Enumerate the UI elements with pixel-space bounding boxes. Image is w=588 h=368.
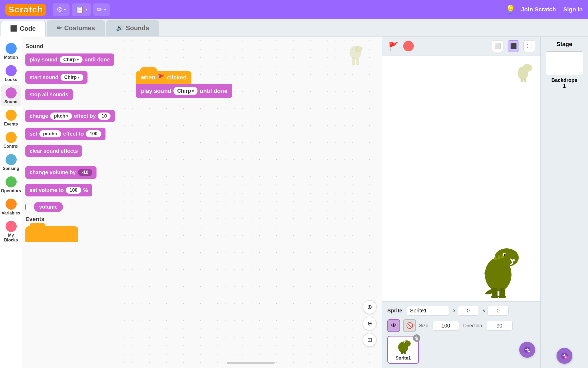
svg-point-15 (498, 295, 506, 298)
stage-small-view-button[interactable]: ⬜ (492, 40, 503, 52)
tab-sounds[interactable]: 🔊 Sounds (106, 20, 159, 36)
sidebar-item-sensing[interactable]: Sensing (1, 152, 21, 173)
pitch-val-2[interactable]: 100 (86, 130, 101, 137)
sidebar-item-motion[interactable]: Motion (1, 41, 21, 62)
volume-reporter[interactable]: volume (34, 202, 63, 212)
tab-costumes-label: Costumes (64, 24, 95, 32)
add-sprite-button[interactable] (519, 342, 535, 358)
myblocks-label: My Blocks (2, 233, 20, 243)
green-flag-button[interactable]: 🚩 (387, 40, 399, 52)
chirp-pill-script[interactable]: Chirp ▾ (173, 87, 197, 95)
pitch-val-1[interactable]: 10 (98, 113, 111, 120)
events-hat-block[interactable] (25, 226, 78, 242)
tab-costumes[interactable]: ✏ Costumes (47, 20, 105, 36)
stop-button[interactable] (403, 41, 414, 51)
join-scratch-link[interactable]: Join Scratch (521, 6, 556, 13)
volume-checkbox[interactable] (25, 204, 31, 210)
script-scrollbar[interactable] (227, 362, 275, 364)
y-input[interactable] (488, 306, 509, 316)
main-dino-sprite[interactable] (474, 243, 525, 299)
zoom-in-button[interactable]: ⊕ (363, 300, 376, 314)
x-input[interactable] (458, 306, 479, 316)
block-play-sound-until-done[interactable]: play sound Chirp ▾ until done (25, 53, 114, 66)
sidebar-item-control[interactable]: Control (1, 130, 21, 151)
fit-icon: ⊡ (367, 336, 372, 343)
variables-dot (6, 199, 17, 210)
edit-button[interactable]: ✏ ▾ (93, 3, 110, 16)
stop-all-sounds-text: stop all sounds (30, 92, 68, 98)
hide-button[interactable]: 🚫 (403, 319, 416, 332)
percent-text: % (83, 187, 88, 193)
category-sidebar: Motion Looks Sound Events Control Sensin… (0, 37, 22, 368)
block-change-pitch[interactable]: change pitch ▾ effect by 10 (25, 110, 115, 122)
backdrops-count: 1 (563, 83, 566, 89)
chirp-pill-2[interactable]: Chirp ▾ (61, 74, 83, 81)
volume-val[interactable]: 100 (66, 187, 81, 194)
main-layout: Motion Looks Sound Events Control Sensin… (0, 37, 588, 368)
tab-code[interactable]: ⬛ Code (0, 21, 46, 37)
control-label: Control (3, 144, 19, 149)
clear-sound-effects-text: clear sound effects (30, 148, 78, 154)
stage-fullscreen-button[interactable]: ⛶ (523, 40, 535, 52)
pitch-pill-2[interactable]: pitch ▾ (39, 130, 61, 137)
fit-screen-button[interactable]: ⊡ (363, 333, 376, 347)
svg-rect-7 (511, 259, 512, 261)
blocks-panel: Sound play sound Chirp ▾ until done star… (22, 37, 120, 368)
sidebar-item-myblocks[interactable]: My Blocks (1, 219, 21, 245)
sidebar-item-variables[interactable]: Variables (1, 196, 21, 218)
sign-in-link[interactable]: Sign in (563, 6, 583, 13)
script-area[interactable]: when 🚩 clicked play sound Chirp ▾ until … (120, 37, 382, 368)
block-start-sound[interactable]: start sound Chirp ▾ (25, 71, 88, 84)
direction-input[interactable] (486, 321, 513, 331)
zoom-in-icon: ⊕ (367, 304, 372, 311)
sidebar-item-operators[interactable]: Operators (1, 174, 21, 195)
sprite-thumb-sprite1[interactable]: 🗑 Sprite1 (387, 336, 419, 364)
stage-backdrop-thumb[interactable] (546, 51, 583, 75)
lightbulb-icon[interactable]: 💡 (505, 5, 516, 15)
svg-rect-2 (356, 58, 359, 65)
block-clear-sound-effects[interactable]: clear sound effects (25, 145, 82, 157)
size-input[interactable] (433, 321, 459, 331)
tab-code-label: Code (20, 25, 36, 32)
block-set-volume[interactable]: set volume to 100 % (25, 184, 92, 196)
sounds-icon: 🔊 (116, 25, 123, 32)
pitch-pill-1[interactable]: pitch ▾ (50, 113, 72, 120)
sidebar-item-sound[interactable]: Sound (1, 85, 21, 106)
svg-point-21 (528, 66, 532, 69)
clicked-text: clicked (167, 74, 187, 81)
when-text: when (141, 74, 155, 81)
looks-dot (6, 65, 17, 76)
control-dot (6, 132, 17, 143)
svg-rect-22 (521, 78, 523, 82)
block-stop-all-sounds[interactable]: stop all sounds (25, 89, 73, 100)
stage-normal-view-button[interactable]: ⬛ (508, 40, 519, 52)
scratch-logo[interactable]: Scratch (5, 4, 46, 16)
x-label: x (453, 308, 456, 313)
motion-dot (6, 43, 17, 54)
sidebar-item-looks[interactable]: Looks (1, 63, 21, 84)
add-backdrop-button[interactable] (557, 348, 572, 364)
when-flag-clicked-block[interactable]: when 🚩 clicked (136, 71, 191, 84)
sound-dot (6, 87, 17, 98)
green-flag-icon-block: 🚩 (158, 74, 165, 81)
settings-button[interactable]: ⚙ ▾ (53, 3, 70, 16)
zoom-out-button[interactable]: ⊖ (363, 317, 376, 330)
operators-dot (6, 176, 17, 187)
sidebar-item-events[interactable]: Events (1, 107, 21, 129)
block-set-pitch[interactable]: set pitch ▾ effect to 100 (25, 128, 105, 140)
play-sound-block[interactable]: play sound Chirp ▾ until done (136, 84, 232, 98)
chirp-pill-1[interactable]: Chirp ▾ (60, 56, 82, 63)
top-navigation: Scratch ⚙ ▾ 📋 ▾ ✏ ▾ 💡 Join Scratch Sign … (0, 0, 588, 19)
block-change-volume[interactable]: change volume by -10 (25, 166, 97, 179)
copy-button[interactable]: 📋 ▾ (72, 3, 91, 16)
sprite-delete-button[interactable]: 🗑 (413, 334, 420, 342)
stage-canvas (382, 56, 540, 301)
svg-point-3 (355, 46, 362, 52)
show-button[interactable]: 👁 (387, 319, 400, 332)
events-dot (6, 110, 17, 121)
volume-checkbox-row: volume (25, 202, 117, 212)
volume-neg-val[interactable]: -10 (78, 169, 92, 176)
size-label: Size (419, 323, 428, 329)
sprite-name-input[interactable] (407, 306, 449, 316)
svg-rect-28 (404, 351, 406, 354)
